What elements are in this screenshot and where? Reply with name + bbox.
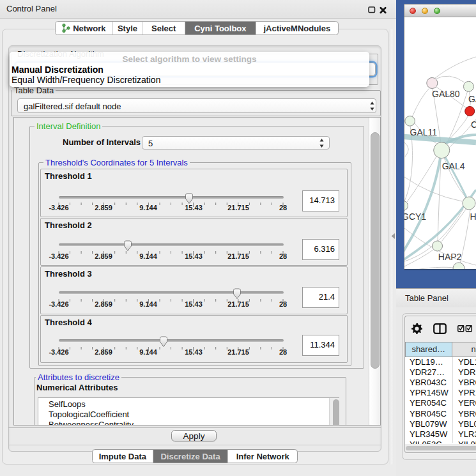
svg-text:HAP2: HAP2 xyxy=(438,252,462,262)
svg-text:C: C xyxy=(471,119,476,130)
svg-text:GA: GA xyxy=(468,94,476,104)
svg-text:GAL11: GAL11 xyxy=(410,127,438,137)
svg-text:H: H xyxy=(470,211,476,222)
svg-text:GCY1: GCY1 xyxy=(404,211,426,222)
svg-text:GAL80: GAL80 xyxy=(432,89,460,99)
svg-text:GAL4: GAL4 xyxy=(442,161,465,171)
